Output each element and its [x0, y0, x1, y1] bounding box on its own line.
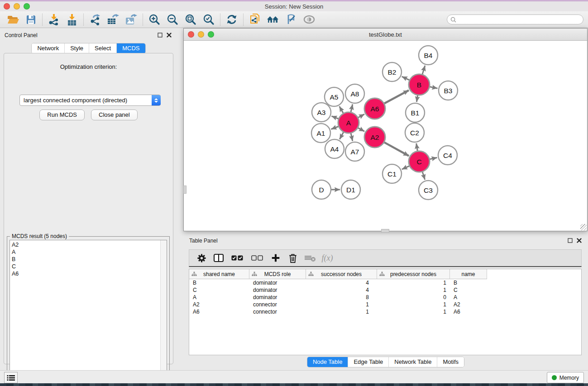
save-session-button[interactable]	[22, 13, 40, 27]
table-cell[interactable]: dominator	[249, 294, 306, 300]
delete-column-button[interactable]	[285, 251, 301, 265]
mcds-result-list[interactable]: A2ABCA6	[10, 240, 167, 386]
function-builder-button[interactable]: f(x)	[320, 251, 335, 265]
table-cell[interactable]: C	[189, 287, 249, 293]
delete-table-button[interactable]	[302, 251, 318, 265]
close-table-panel-icon[interactable]	[577, 238, 582, 243]
graph-edge-A-A2[interactable]	[358, 128, 364, 132]
table-cell[interactable]: 1	[377, 301, 450, 308]
create-column-button[interactable]	[268, 251, 283, 265]
graph-edge-B-B4[interactable]	[422, 66, 425, 74]
graph-edge-A2-C[interactable]	[384, 143, 409, 156]
graph-edge-B-B2[interactable]	[402, 76, 410, 80]
column-header-name[interactable]: name	[450, 269, 487, 279]
result-list-scrollbar[interactable]	[160, 240, 167, 386]
import-network-button[interactable]	[45, 13, 63, 27]
graph-edge-A-A3[interactable]	[331, 116, 338, 119]
graph-node-D1[interactable]: D1	[341, 180, 360, 199]
column-header-shared-name[interactable]: shared name	[189, 269, 249, 279]
table-cell[interactable]: connector	[249, 301, 306, 308]
table-cell[interactable]: B	[189, 280, 249, 286]
graph-edge-A-A6[interactable]	[358, 114, 364, 117]
houses-button[interactable]	[264, 13, 282, 27]
tab-select[interactable]: Select	[89, 43, 116, 53]
select-all-columns-button[interactable]	[228, 251, 246, 265]
graph-node-C3[interactable]: C3	[419, 181, 438, 200]
graph-node-A8[interactable]: A8	[345, 84, 364, 103]
graph-node-B2[interactable]: B2	[382, 62, 402, 81]
graph-node-C2[interactable]: C2	[405, 123, 424, 142]
graph-node-A6[interactable]: A6	[364, 98, 385, 119]
graph-edge-A-A8[interactable]	[351, 104, 353, 112]
graph-edge-C-C2[interactable]	[416, 143, 418, 151]
table-cell[interactable]: 4	[306, 287, 377, 293]
result-item[interactable]: A6	[10, 270, 167, 277]
zoom-selected-button[interactable]	[200, 13, 218, 27]
export-network-button[interactable]	[86, 13, 104, 27]
table-cell[interactable]: 1	[377, 280, 450, 286]
graph-edge-C-C3[interactable]	[422, 172, 425, 180]
graph-node-B4[interactable]: B4	[419, 46, 438, 65]
table-cell[interactable]: A2	[189, 301, 249, 308]
graph-node-C4[interactable]: C4	[438, 146, 457, 165]
table-cell[interactable]: 1	[377, 309, 450, 315]
table-row[interactable]: Cdominator41C	[189, 286, 581, 294]
table-cell[interactable]: 8	[306, 294, 377, 300]
float-panel-icon[interactable]	[158, 33, 163, 38]
graph-edge-C-C1[interactable]	[402, 166, 409, 169]
graph-edge-B-B3[interactable]	[430, 87, 438, 88]
import-table-button[interactable]	[63, 13, 81, 27]
result-item[interactable]: C	[10, 263, 167, 270]
table-cell[interactable]: A6	[189, 309, 249, 315]
tab-style[interactable]: Style	[64, 43, 89, 53]
graph-node-C1[interactable]: C1	[382, 164, 402, 183]
result-item[interactable]: B	[10, 256, 167, 263]
new-network-from-selection-button[interactable]	[246, 13, 264, 27]
graph-edge-A-A4[interactable]	[339, 132, 343, 139]
graph-node-A4[interactable]: A4	[325, 139, 344, 158]
zoom-in-button[interactable]	[145, 13, 163, 27]
table-cell[interactable]: 1	[377, 287, 450, 293]
table-tab-edge-table[interactable]: Edge Table	[348, 357, 388, 367]
node-table[interactable]: shared nameMCDS rolesuccessor nodesprede…	[189, 269, 582, 355]
tab-network[interactable]: Network	[32, 43, 64, 53]
deselect-all-columns-button[interactable]	[248, 251, 266, 265]
graph-node-A7[interactable]: A7	[345, 142, 364, 161]
criterion-dropdown[interactable]: largest connected component (directed)	[19, 95, 161, 106]
graph-node-B1[interactable]: B1	[406, 103, 425, 122]
table-cell[interactable]: A	[189, 294, 249, 300]
run-mcds-button[interactable]: Run MCDS	[39, 110, 85, 120]
graph-edge-A-A7[interactable]	[351, 133, 353, 141]
table-row[interactable]: Adominator80A	[189, 294, 581, 301]
graph-node-C[interactable]: C	[409, 151, 430, 172]
table-tab-motifs[interactable]: Motifs	[437, 357, 464, 367]
table-row[interactable]: A2connector11A2	[189, 301, 581, 308]
table-cell[interactable]: C	[450, 287, 487, 293]
annotation-mode-button[interactable]	[282, 13, 300, 27]
graph-node-A[interactable]: A	[338, 112, 359, 133]
graph-edge-C-C4[interactable]	[430, 157, 437, 159]
graph-node-A3[interactable]: A3	[312, 103, 331, 122]
graph-node-D[interactable]: D	[312, 180, 331, 199]
table-tab-node-table[interactable]: Node Table	[307, 357, 348, 367]
network-graph[interactable]: B4B2BB3A8A5A6A3B1AA1C2A2A4A7C4CC1DD1C3	[184, 41, 587, 231]
table-tab-network-table[interactable]: Network Table	[388, 357, 437, 367]
result-item[interactable]: A2	[10, 241, 167, 248]
table-cell[interactable]: 0	[377, 294, 450, 300]
table-row[interactable]: A6connector11A6	[189, 308, 581, 315]
table-cell[interactable]: A	[450, 294, 487, 300]
close-panel-icon[interactable]	[167, 33, 172, 38]
table-cell[interactable]: dominator	[249, 280, 306, 286]
task-history-button[interactable]	[4, 372, 18, 383]
table-row[interactable]: Bdominator41B	[189, 279, 581, 286]
graph-node-A5[interactable]: A5	[325, 87, 344, 106]
graph-edge-B-B1[interactable]	[416, 95, 417, 102]
graph-node-A2[interactable]: A2	[364, 127, 385, 148]
zoom-fit-button[interactable]	[182, 13, 200, 27]
table-cell[interactable]: A2	[450, 301, 487, 308]
zoom-out-button[interactable]	[163, 13, 182, 27]
table-cell[interactable]: 1	[306, 301, 377, 308]
export-image-button[interactable]	[122, 13, 140, 27]
table-cell[interactable]: connector	[249, 309, 306, 315]
table-cell[interactable]: 1	[306, 309, 377, 315]
